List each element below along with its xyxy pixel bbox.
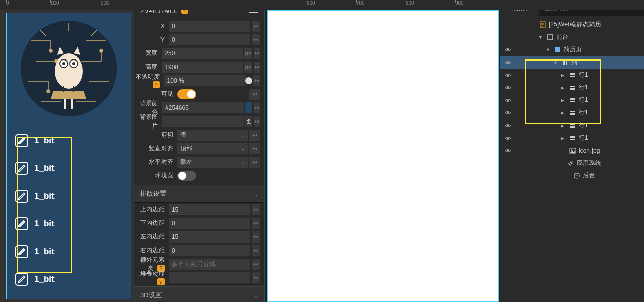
tree-node[interactable]: ▼列1: [500, 56, 644, 69]
help-icon[interactable]: ?: [153, 81, 160, 88]
svg-point-35: [507, 125, 509, 127]
y-input[interactable]: [169, 34, 250, 45]
upload-icon[interactable]: [245, 116, 252, 127]
node-type-icon: [561, 59, 569, 66]
bgcolor-input[interactable]: [162, 102, 244, 113]
column-element[interactable]: 1_bit1_bit1_bit1_bit1_bit1_bit: [6, 13, 131, 299]
stack-order-input[interactable]: [169, 272, 250, 283]
extra-class-input[interactable]: [169, 259, 250, 270]
width-input[interactable]: [162, 48, 243, 59]
visibility-icon[interactable]: [500, 46, 515, 54]
node-label: 应用系统: [577, 159, 601, 167]
height-unit[interactable]: px: [243, 62, 252, 73]
tree-node[interactable]: [25]Web端静态简历: [500, 18, 644, 31]
valign-label: 竖直对齐: [134, 144, 177, 153]
link-icon[interactable]: [254, 116, 260, 127]
tree-node[interactable]: ▼前台: [500, 31, 644, 43]
expand-arrow-icon[interactable]: ▶: [561, 73, 567, 78]
link-icon[interactable]: [254, 62, 260, 73]
expand-arrow-icon[interactable]: ▶: [561, 110, 567, 115]
visibility-icon[interactable]: [500, 109, 515, 117]
opacity-slider[interactable]: [246, 75, 252, 86]
link-icon[interactable]: [252, 231, 260, 243]
link-icon[interactable]: [249, 143, 260, 154]
tree-node[interactable]: ▶行1: [500, 81, 644, 94]
pad-top-input[interactable]: [169, 204, 250, 215]
link-icon[interactable]: [249, 89, 260, 100]
svg-rect-15: [16, 273, 28, 285]
tree-node[interactable]: ▶行1: [500, 132, 644, 144]
link-icon[interactable]: [252, 259, 260, 270]
svg-rect-39: [570, 136, 575, 138]
visibility-icon[interactable]: [500, 134, 515, 142]
opacity-label: 不透明度 ?: [134, 73, 164, 89]
height-input[interactable]: [162, 62, 243, 73]
pad-bottom-input[interactable]: [169, 218, 250, 229]
visibility-icon[interactable]: [500, 84, 515, 92]
expand-arrow-icon[interactable]: ▼: [538, 35, 544, 40]
tree-node[interactable]: 后台: [500, 169, 644, 182]
envwidth-toggle[interactable]: [177, 171, 196, 181]
link-icon[interactable]: [254, 102, 260, 113]
visibility-icon[interactable]: [500, 58, 515, 67]
link-icon[interactable]: [252, 204, 260, 215]
x-label: X: [134, 23, 169, 30]
node-type-icon: [573, 172, 581, 179]
svg-point-3: [47, 90, 50, 93]
node-label: 后台: [583, 171, 595, 180]
color-swatch[interactable]: [245, 102, 252, 113]
tree-node[interactable]: ▶行1: [500, 106, 644, 119]
avatar-image[interactable]: [21, 21, 117, 116]
x-input[interactable]: [169, 21, 250, 32]
clip-select[interactable]: 否⌄: [177, 130, 248, 141]
tree-node[interactable]: ▼简历页: [500, 43, 644, 56]
node-type-icon: [554, 46, 562, 53]
svg-rect-31: [570, 101, 575, 102]
help-icon[interactable]: ?: [157, 278, 165, 285]
main-canvas[interactable]: [267, 10, 499, 302]
tree-node[interactable]: icon.jpg: [500, 144, 644, 157]
halign-select[interactable]: 靠左⌄: [177, 157, 248, 168]
svg-rect-24: [570, 73, 575, 75]
pad-left-input[interactable]: [169, 231, 250, 243]
properties-panel: 列1的属性 ? X Y 宽度 px 高度 px 不透明度 ? 可见 背景颜色: [134, 0, 265, 302]
link-icon[interactable]: [252, 21, 260, 32]
pad-bottom-label: 下内边距: [134, 219, 169, 227]
width-unit[interactable]: px: [243, 48, 252, 59]
node-label: 列1: [571, 58, 581, 67]
visibility-icon[interactable]: [500, 71, 515, 79]
visibility-icon[interactable]: [500, 96, 515, 104]
bgimg-input[interactable]: [162, 116, 244, 127]
tree-node[interactable]: ▶行1: [500, 94, 644, 106]
visible-toggle[interactable]: [177, 89, 196, 99]
link-icon[interactable]: [252, 245, 260, 256]
link-icon[interactable]: [252, 34, 260, 45]
node-label: 行1: [579, 83, 588, 92]
valign-select[interactable]: 顶部⌄: [177, 143, 248, 154]
node-type-icon: [569, 135, 577, 142]
link-icon[interactable]: [249, 130, 260, 141]
expand-arrow-icon[interactable]: ▼: [546, 47, 552, 52]
visibility-icon[interactable]: [500, 147, 515, 155]
layout-section-header[interactable]: 排版设置 ⌄: [134, 185, 264, 203]
opacity-input[interactable]: [164, 75, 246, 86]
expand-arrow-icon[interactable]: ▶: [561, 98, 567, 103]
expand-arrow-icon[interactable]: ▼: [553, 60, 559, 65]
link-icon[interactable]: [254, 48, 260, 59]
tree-node[interactable]: ▶行1: [500, 119, 644, 132]
visibility-icon[interactable]: [500, 122, 515, 130]
tree-node[interactable]: 应用系统: [500, 157, 644, 169]
link-icon[interactable]: [252, 218, 260, 229]
link-icon[interactable]: [249, 157, 260, 168]
3d-section-header[interactable]: 3D设置 ⌄: [134, 286, 264, 302]
link-icon[interactable]: [252, 272, 260, 283]
link-icon[interactable]: [253, 75, 260, 86]
pad-right-input[interactable]: [169, 245, 250, 256]
tree-node[interactable]: ▶行1: [500, 69, 644, 81]
expand-arrow-icon[interactable]: ▶: [561, 85, 567, 90]
canvas-preview-left: 1_bit1_bit1_bit1_bit1_bit1_bit: [0, 10, 134, 302]
svg-point-9: [72, 62, 75, 65]
bgimg-label: 背景图片: [134, 113, 162, 130]
expand-arrow-icon[interactable]: ▶: [561, 136, 567, 141]
expand-arrow-icon[interactable]: ▶: [561, 123, 567, 128]
